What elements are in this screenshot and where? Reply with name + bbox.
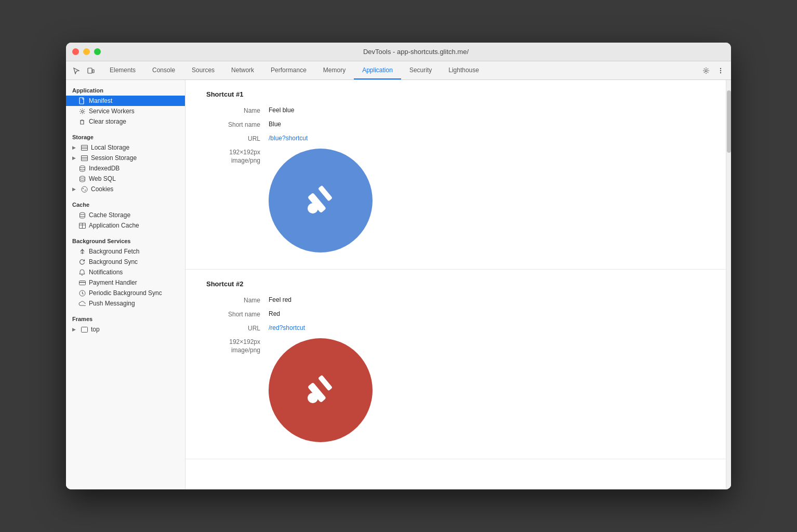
session-storage-label: Session Storage bbox=[91, 154, 137, 162]
shortcut-2-url-link[interactable]: /red?shortcut bbox=[269, 324, 305, 331]
sidebar-item-top[interactable]: ▶ top bbox=[66, 324, 185, 335]
frame-icon bbox=[81, 326, 88, 333]
svg-point-4 bbox=[720, 70, 721, 71]
shortcut-2-shortname-row: Short name Red bbox=[206, 310, 705, 318]
tab-sources[interactable]: Sources bbox=[183, 61, 223, 79]
sidebar-item-cache-storage[interactable]: Cache Storage bbox=[66, 210, 185, 220]
payment-icon bbox=[78, 279, 86, 286]
svg-rect-6 bbox=[79, 98, 84, 104]
manifest-label: Manifest bbox=[89, 97, 112, 104]
svg-rect-26 bbox=[81, 327, 87, 332]
expand-arrow-icon: ▶ bbox=[72, 155, 77, 161]
more-icon[interactable] bbox=[714, 64, 727, 77]
sidebar-item-background-fetch[interactable]: Background Fetch bbox=[66, 246, 185, 257]
session-storage-icon bbox=[81, 154, 88, 162]
tab-icon-group bbox=[70, 64, 97, 77]
shortcut-1-title: Shortcut #1 bbox=[206, 90, 705, 98]
shortcut-2-image-row: 192×192px image/png bbox=[206, 338, 705, 442]
shortcut-1-image-size: 192×192px bbox=[206, 149, 260, 156]
shortcut-1-image bbox=[269, 149, 373, 252]
payment-handler-label: Payment Handler bbox=[89, 279, 137, 286]
tab-network[interactable]: Network bbox=[223, 61, 262, 79]
scrollbar-track[interactable] bbox=[726, 80, 731, 489]
tab-performance[interactable]: Performance bbox=[262, 61, 315, 79]
sidebar-item-service-workers[interactable]: Service Workers bbox=[66, 106, 185, 116]
sidebar-item-background-sync[interactable]: Background Sync bbox=[66, 257, 185, 267]
tab-lighthouse[interactable]: Lighthouse bbox=[440, 61, 487, 79]
tab-security[interactable]: Security bbox=[401, 61, 440, 79]
shortcut-1-shortname-row: Short name Blue bbox=[206, 121, 705, 128]
sidebar: Application Manifest bbox=[66, 80, 185, 489]
indexeddb-icon bbox=[78, 165, 86, 172]
shortcut-2-section: Shortcut #2 Name Feel red Short name Red… bbox=[185, 270, 726, 459]
gear-icon bbox=[78, 108, 86, 115]
svg-point-19 bbox=[79, 212, 85, 215]
clock-icon bbox=[78, 289, 86, 297]
shortcut-1-url-link[interactable]: /blue?shortcut bbox=[269, 135, 308, 142]
devtools-container: Elements Console Sources Network Perform… bbox=[66, 61, 731, 489]
tab-console[interactable]: Console bbox=[144, 61, 183, 79]
sidebar-item-local-storage[interactable]: ▶ Local Storage bbox=[66, 142, 185, 153]
short-name-label: Short name bbox=[206, 121, 269, 128]
name-label: Name bbox=[206, 107, 269, 114]
tab-memory[interactable]: Memory bbox=[315, 61, 354, 79]
service-workers-label: Service Workers bbox=[89, 108, 135, 115]
shortcut-2-shortname-value: Red bbox=[269, 310, 280, 317]
sidebar-item-notifications[interactable]: Notifications bbox=[66, 267, 185, 277]
sidebar-item-application-cache[interactable]: Application Cache bbox=[66, 220, 185, 231]
sidebar-item-manifest[interactable]: Manifest bbox=[66, 96, 185, 106]
device-icon[interactable] bbox=[85, 64, 97, 77]
sidebar-item-clear-storage[interactable]: Clear storage bbox=[66, 116, 185, 127]
scrollbar-thumb[interactable] bbox=[727, 90, 731, 153]
close-button[interactable] bbox=[72, 48, 79, 55]
short-name-label-2: Short name bbox=[206, 310, 269, 318]
svg-point-18 bbox=[85, 190, 86, 191]
shortcut-1-url-row: URL /blue?shortcut bbox=[206, 135, 705, 142]
bell-icon bbox=[78, 269, 86, 276]
svg-point-15 bbox=[79, 176, 85, 178]
background-sync-label: Background Sync bbox=[89, 258, 138, 265]
sidebar-item-web-sql[interactable]: Web SQL bbox=[66, 174, 185, 184]
shortcut-2-url-row: URL /red?shortcut bbox=[206, 324, 705, 332]
svg-rect-8 bbox=[81, 145, 87, 150]
sidebar-item-cookies[interactable]: ▶ Cookies bbox=[66, 184, 185, 194]
expand-arrow-icon: ▶ bbox=[72, 187, 77, 192]
web-sql-icon bbox=[78, 175, 86, 182]
shortcut-1-name-value: Feel blue bbox=[269, 107, 294, 114]
settings-icon[interactable] bbox=[700, 64, 712, 77]
file-icon bbox=[78, 97, 86, 104]
tabs-bar: Elements Console Sources Network Perform… bbox=[66, 61, 731, 80]
local-storage-icon bbox=[81, 144, 88, 151]
svg-point-17 bbox=[83, 188, 84, 189]
maximize-button[interactable] bbox=[94, 48, 101, 55]
tab-application[interactable]: Application bbox=[354, 61, 401, 79]
application-cache-icon bbox=[78, 222, 86, 229]
sidebar-item-indexeddb[interactable]: IndexedDB bbox=[66, 163, 185, 174]
top-label: top bbox=[91, 326, 100, 333]
svg-point-14 bbox=[79, 166, 85, 168]
window-title: DevTools - app-shortcuts.glitch.me/ bbox=[107, 48, 725, 56]
svg-rect-11 bbox=[81, 155, 87, 161]
shortcut-2-image-type: image/png bbox=[206, 347, 260, 354]
clear-storage-label: Clear storage bbox=[89, 118, 126, 125]
sidebar-item-push-messaging[interactable]: Push Messaging bbox=[66, 298, 185, 309]
notifications-label: Notifications bbox=[89, 269, 123, 276]
sidebar-item-periodic-bg-sync[interactable]: Periodic Background Sync bbox=[66, 288, 185, 298]
background-fetch-icon bbox=[78, 248, 86, 255]
titlebar: DevTools - app-shortcuts.glitch.me/ bbox=[66, 43, 731, 61]
sidebar-section-application: Application bbox=[66, 84, 185, 96]
shortcut-1-image-type: image/png bbox=[206, 157, 260, 164]
tab-elements[interactable]: Elements bbox=[101, 61, 144, 79]
cache-storage-icon bbox=[78, 211, 86, 219]
svg-rect-29 bbox=[318, 185, 333, 202]
minimize-button[interactable] bbox=[83, 48, 90, 55]
shortcut-2-image bbox=[269, 338, 373, 442]
background-fetch-label: Background Fetch bbox=[89, 248, 139, 255]
expand-arrow-icon: ▶ bbox=[72, 145, 77, 150]
content-area: Shortcut #1 Name Feel blue Short name Bl… bbox=[185, 80, 726, 489]
tab-right-icons bbox=[700, 64, 727, 77]
sidebar-item-payment-handler[interactable]: Payment Handler bbox=[66, 277, 185, 288]
cursor-icon[interactable] bbox=[70, 64, 83, 77]
web-sql-label: Web SQL bbox=[89, 175, 116, 182]
sidebar-item-session-storage[interactable]: ▶ Session Storage bbox=[66, 153, 185, 163]
